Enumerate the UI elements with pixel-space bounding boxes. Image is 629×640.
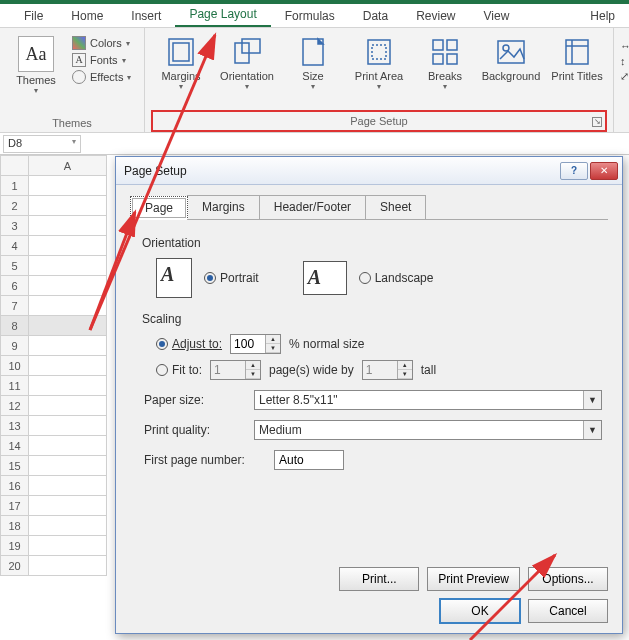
- fit-height-spinner[interactable]: ▲▼: [362, 360, 413, 380]
- row-header[interactable]: 1: [1, 176, 29, 196]
- row-header[interactable]: 10: [1, 356, 29, 376]
- tab-home[interactable]: Home: [57, 5, 117, 27]
- row-header[interactable]: 13: [1, 416, 29, 436]
- fit-width-input[interactable]: [211, 361, 245, 379]
- size-button[interactable]: Size▾: [283, 36, 343, 91]
- effects-icon: [72, 70, 86, 84]
- breaks-button[interactable]: Breaks▾: [415, 36, 475, 91]
- row-header[interactable]: 4: [1, 236, 29, 256]
- row-header[interactable]: 5: [1, 256, 29, 276]
- dialog-tab-sheet[interactable]: Sheet: [365, 195, 426, 219]
- select-all-corner[interactable]: [1, 156, 29, 176]
- cell[interactable]: [29, 276, 107, 296]
- dialog-tab-header-footer[interactable]: Header/Footer: [259, 195, 366, 219]
- row-header[interactable]: 6: [1, 276, 29, 296]
- fonts-button[interactable]: AFonts▾: [72, 53, 131, 67]
- row-header[interactable]: 18: [1, 516, 29, 536]
- cell[interactable]: [29, 176, 107, 196]
- first-page-input[interactable]: [274, 450, 344, 470]
- portrait-icon: A: [156, 258, 192, 298]
- tab-help[interactable]: Help: [576, 5, 629, 27]
- cell[interactable]: [29, 416, 107, 436]
- cell[interactable]: [29, 436, 107, 456]
- options-button[interactable]: Options...: [528, 567, 608, 591]
- cell[interactable]: [29, 296, 107, 316]
- row-header[interactable]: 8: [1, 316, 29, 336]
- cell[interactable]: [29, 336, 107, 356]
- cell[interactable]: [29, 516, 107, 536]
- background-button[interactable]: Background: [481, 36, 541, 82]
- row-header[interactable]: 17: [1, 496, 29, 516]
- row-header[interactable]: 20: [1, 556, 29, 576]
- cell[interactable]: [29, 316, 107, 336]
- tab-view[interactable]: View: [470, 5, 524, 27]
- row-header[interactable]: 11: [1, 376, 29, 396]
- adjust-to-radio[interactable]: Adjust to:: [156, 337, 222, 351]
- dialog-help-button[interactable]: ?: [560, 162, 588, 180]
- dialog-tab-page[interactable]: Page: [130, 196, 188, 220]
- print-titles-button[interactable]: Print Titles: [547, 36, 607, 82]
- chevron-down-icon[interactable]: ▼: [583, 421, 601, 439]
- dialog-titlebar[interactable]: Page Setup ? ✕: [116, 157, 622, 185]
- svg-rect-11: [498, 41, 524, 63]
- themes-button[interactable]: Aa Themes ▾: [6, 36, 66, 95]
- print-area-button[interactable]: Print Area▾: [349, 36, 409, 91]
- height-control[interactable]: ↕Height:: [620, 55, 629, 67]
- row-header[interactable]: 12: [1, 396, 29, 416]
- page-setup-dialog-launcher[interactable]: ↘: [592, 117, 602, 127]
- paper-size-label: Paper size:: [144, 393, 254, 407]
- dialog-close-button[interactable]: ✕: [590, 162, 618, 180]
- cell[interactable]: [29, 196, 107, 216]
- cell[interactable]: [29, 256, 107, 276]
- width-control[interactable]: ↔Width:: [620, 40, 629, 52]
- adjust-to-input[interactable]: [231, 335, 265, 353]
- cell[interactable]: [29, 476, 107, 496]
- row-header[interactable]: 14: [1, 436, 29, 456]
- group-label-scale: Scale to: [620, 114, 629, 132]
- print-preview-button[interactable]: Print Preview: [427, 567, 520, 591]
- scale-control[interactable]: ⤢Scale:: [620, 70, 629, 83]
- tab-data[interactable]: Data: [349, 5, 402, 27]
- cancel-button[interactable]: Cancel: [528, 599, 608, 623]
- print-button[interactable]: Print...: [339, 567, 419, 591]
- tab-formulas[interactable]: Formulas: [271, 5, 349, 27]
- row-header[interactable]: 16: [1, 476, 29, 496]
- paper-size-combo[interactable]: Letter 8.5"x11"▼: [254, 390, 602, 410]
- row-header[interactable]: 3: [1, 216, 29, 236]
- cell[interactable]: [29, 556, 107, 576]
- cell[interactable]: [29, 456, 107, 476]
- tab-file[interactable]: File: [10, 5, 57, 27]
- cell[interactable]: [29, 376, 107, 396]
- print-quality-combo[interactable]: Medium▼: [254, 420, 602, 440]
- margins-button[interactable]: Margins▾: [151, 36, 211, 91]
- cell[interactable]: [29, 396, 107, 416]
- row-header[interactable]: 7: [1, 296, 29, 316]
- cell[interactable]: [29, 216, 107, 236]
- adjust-to-suffix: % normal size: [289, 337, 364, 351]
- fit-height-input[interactable]: [363, 361, 397, 379]
- portrait-radio[interactable]: Portrait: [204, 271, 259, 285]
- dialog-tab-margins[interactable]: Margins: [187, 195, 260, 219]
- tab-page-layout[interactable]: Page Layout: [175, 3, 270, 27]
- row-header[interactable]: 15: [1, 456, 29, 476]
- fit-width-spinner[interactable]: ▲▼: [210, 360, 261, 380]
- chevron-down-icon[interactable]: ▼: [583, 391, 601, 409]
- row-header[interactable]: 19: [1, 536, 29, 556]
- colors-button[interactable]: Colors▾: [72, 36, 131, 50]
- tab-review[interactable]: Review: [402, 5, 469, 27]
- cell[interactable]: [29, 536, 107, 556]
- row-header[interactable]: 2: [1, 196, 29, 216]
- adjust-to-spinner[interactable]: ▲▼: [230, 334, 281, 354]
- landscape-radio[interactable]: Landscape: [359, 271, 434, 285]
- cell[interactable]: [29, 236, 107, 256]
- row-header[interactable]: 9: [1, 336, 29, 356]
- ok-button[interactable]: OK: [440, 599, 520, 623]
- cell[interactable]: [29, 356, 107, 376]
- fit-to-radio[interactable]: Fit to:: [156, 363, 202, 377]
- col-header-a[interactable]: A: [29, 156, 107, 176]
- cell[interactable]: [29, 496, 107, 516]
- effects-button[interactable]: Effects▾: [72, 70, 131, 84]
- orientation-button[interactable]: Orientation▾: [217, 36, 277, 91]
- tab-insert[interactable]: Insert: [117, 5, 175, 27]
- name-box[interactable]: D8▾: [3, 135, 81, 153]
